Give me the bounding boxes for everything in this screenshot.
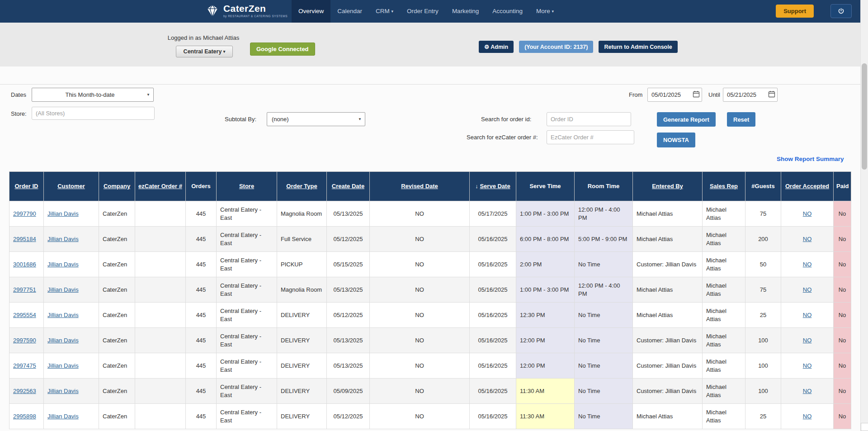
order-id-link[interactable]: 2997590 [13,337,36,344]
ezcater-search-input[interactable] [547,130,634,144]
order-id-link[interactable]: 2995554 [13,312,36,318]
column-header-create_date[interactable]: Create Date [327,172,370,201]
order-accepted-cell: NO [781,277,834,303]
google-connected-button[interactable]: Google Connected [250,43,315,56]
show-report-summary-link[interactable]: Show Report Summary [777,156,844,162]
order-id-link[interactable]: 2992563 [13,388,36,394]
nav-item-overview[interactable]: Overview [292,0,330,23]
order-accepted-link[interactable]: NO [803,337,812,344]
vertical-scrollbar[interactable] [860,0,868,431]
scrollbar-thumb[interactable] [862,63,867,170]
create-date-cell: 05/12/2025 [327,404,370,429]
column-header-entered_by[interactable]: Entered By [633,172,703,201]
entered-by-cell: Customer: Jillian Davis [633,252,703,277]
order-id-cell: 2992563 [9,379,44,404]
order-accepted-link[interactable]: NO [803,286,812,293]
column-header-customer[interactable]: Customer [44,172,99,201]
nav-item-marketing[interactable]: Marketing [445,0,486,23]
guests-cell: 100 [745,379,781,404]
order-accepted-cell: NO [781,353,834,379]
order-accepted-link[interactable]: NO [803,362,812,369]
entered-by-cell: Michael Attias [633,201,703,227]
customer-link[interactable]: Jillian Davis [47,261,79,268]
chevron-down-icon: ▼ [358,117,362,121]
revised-date-cell: NO [370,379,470,404]
nowsta-button[interactable]: NOWSTA [657,133,695,147]
nav-item-calendar[interactable]: Calendar [330,0,369,23]
order-id-link[interactable]: 2995898 [13,413,36,420]
order-accepted-link[interactable]: NO [803,312,812,318]
generate-report-button[interactable]: Generate Report [657,112,716,127]
create-date-cell: 05/13/2025 [327,328,370,353]
customer-link[interactable]: Jillian Davis [47,388,79,394]
paid-cell: No [834,404,851,429]
column-header-ezcater[interactable]: ezCater Order # [135,172,186,201]
power-icon [838,8,844,14]
subtotal-select[interactable]: (none) ▼ [267,112,365,126]
order-type-cell: DELIVERY [277,353,327,379]
order-id-link[interactable]: 2995184 [13,236,36,242]
serve-date-cell: 05/16/2025 [470,404,516,429]
support-button[interactable]: Support [776,5,814,18]
column-header-order_accepted[interactable]: Order Accepted [781,172,834,201]
store-cell: Central Eatery - East [217,379,277,404]
customer-link[interactable]: Jillian Davis [47,362,79,369]
company-cell: CaterZen [99,353,135,379]
customer-link[interactable]: Jillian Davis [47,312,79,318]
account-id-button[interactable]: (Your Account ID: 2137) [519,41,593,53]
ezcater-cell [135,277,186,303]
column-header-revised_date[interactable]: Revised Date [370,172,470,201]
create-date-cell: 05/13/2025 [327,277,370,303]
column-header-serve_date[interactable]: ↓ Serve Date [470,172,516,201]
create-date-cell: 05/12/2025 [327,303,370,328]
store-selector-dropdown[interactable]: Central Eatery ▾ [176,46,233,57]
nav-item-order-entry[interactable]: Order Entry [400,0,445,23]
sort-desc-icon: ↓ [475,183,478,189]
store-input[interactable] [32,107,155,120]
logout-button[interactable] [830,4,852,18]
sales-rep-cell: Michael Attias [703,404,745,429]
customer-link[interactable]: Jillian Davis [47,286,79,293]
company-cell: CaterZen [99,379,135,404]
column-header-sales_rep[interactable]: Sales Rep [703,172,745,201]
nav-item-crm[interactable]: CRM ▾ [369,0,400,23]
order-id-link[interactable]: 2997790 [13,210,36,217]
customer-link[interactable]: Jillian Davis [47,210,79,217]
ezcater-cell [135,303,186,328]
order-id-link[interactable]: 2997751 [13,286,36,293]
nav-item-accounting[interactable]: Accounting [486,0,529,23]
admin-button[interactable]: ⚙ Admin [479,41,514,53]
order-accepted-link[interactable]: NO [803,388,812,394]
return-admin-console-button[interactable]: Return to Admin Console [599,41,677,53]
column-header-serve_time: Serve Time [516,172,575,201]
column-header-store[interactable]: Store [217,172,277,201]
dates-select[interactable]: This Month-to-date ▼ [32,88,154,102]
order-accepted-link[interactable]: NO [803,261,812,268]
order-id-link[interactable]: 2997475 [13,362,36,369]
gear-icon: ⚙ [484,44,489,50]
orders-count-cell: 445 [186,328,217,353]
from-date-field [647,88,702,102]
nav-item-more[interactable]: More ▾ [529,0,561,23]
ezcater-cell [135,328,186,353]
company-cell: CaterZen [99,303,135,328]
column-header-order_id[interactable]: Order ID [9,172,44,201]
sales-rep-cell: Michael Attias [703,379,745,404]
customer-link[interactable]: Jillian Davis [47,413,79,420]
column-header-order_type[interactable]: Order Type [277,172,327,201]
from-calendar-button[interactable] [692,90,700,99]
order-id-search-input[interactable] [547,112,631,126]
order-accepted-link[interactable]: NO [803,236,812,242]
reset-button[interactable]: Reset [727,112,755,127]
orders-count-cell: 445 [186,379,217,404]
order-accepted-link[interactable]: NO [803,413,812,420]
order-id-link[interactable]: 3001686 [13,261,36,268]
order-accepted-cell: NO [781,201,834,227]
room-time-cell: No Time [575,353,633,379]
customer-link[interactable]: Jillian Davis [47,236,79,242]
customer-link[interactable]: Jillian Davis [47,337,79,344]
until-calendar-button[interactable] [768,90,776,99]
column-header-company[interactable]: Company [99,172,135,201]
order-accepted-link[interactable]: NO [803,210,812,217]
sales-rep-cell: Michael Attias [703,227,745,252]
